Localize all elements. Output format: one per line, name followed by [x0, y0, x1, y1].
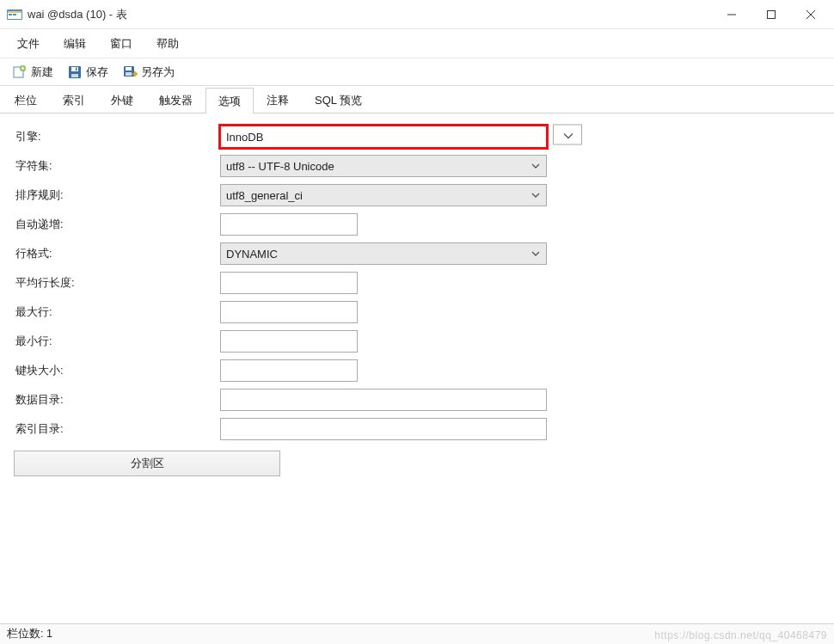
- rowformat-combo[interactable]: DYNAMIC: [220, 242, 547, 265]
- charset-value: utf8 -- UTF-8 Unicode: [226, 160, 334, 173]
- tab-foreignkeys[interactable]: 外键: [98, 87, 146, 113]
- svg-rect-2: [8, 11, 21, 13]
- svg-rect-3: [9, 14, 12, 15]
- saveas-label: 另存为: [141, 64, 175, 80]
- tab-indexes[interactable]: 索引: [50, 87, 98, 113]
- autoinc-input[interactable]: [220, 213, 358, 236]
- engine-combo[interactable]: InnoDB: [220, 126, 547, 148]
- datadir-label: 数据目录:: [14, 392, 220, 408]
- options-form: 引擎: InnoDB 字符集: utf8 -- UTF-8 Unicode 排序…: [0, 113, 834, 485]
- menu-window[interactable]: 窗口: [98, 31, 144, 57]
- minrows-label: 最小行:: [14, 334, 220, 349]
- rowformat-value: DYNAMIC: [226, 248, 278, 261]
- save-label: 保存: [86, 64, 108, 80]
- svg-rect-4: [13, 14, 16, 15]
- close-button[interactable]: [791, 1, 831, 28]
- charset-combo[interactable]: utf8 -- UTF-8 Unicode: [220, 155, 547, 177]
- indexdir-input[interactable]: [220, 418, 547, 440]
- menu-help[interactable]: 帮助: [144, 31, 191, 57]
- datadir-input[interactable]: [220, 389, 547, 411]
- keyblocksize-input[interactable]: [220, 359, 358, 382]
- tab-strip: 栏位 索引 外键 触发器 选项 注释 SQL 预览: [0, 86, 834, 113]
- svg-rect-14: [71, 67, 78, 71]
- charset-label: 字符集:: [14, 158, 220, 174]
- collation-combo[interactable]: utf8_general_ci: [220, 184, 547, 206]
- minimize-button[interactable]: [712, 1, 751, 28]
- chevron-down-icon: [530, 161, 541, 171]
- svg-rect-16: [76, 67, 77, 71]
- chevron-down-icon: [530, 190, 541, 200]
- indexdir-label: 索引目录:: [14, 421, 220, 437]
- engine-label: 引擎:: [14, 129, 220, 144]
- collation-value: utf8_general_ci: [226, 189, 303, 202]
- engine-value: InnoDB: [226, 131, 263, 144]
- maxrows-label: 最大行:: [14, 304, 220, 320]
- window-title: wai @dsda (10) - 表: [28, 7, 712, 22]
- toolbar: 新建 保存 另存为: [0, 58, 834, 86]
- title-bar: wai @dsda (10) - 表: [0, 0, 834, 29]
- saveas-icon: [122, 64, 138, 80]
- minrows-input[interactable]: [220, 330, 358, 353]
- collation-label: 排序规则:: [14, 187, 220, 203]
- status-left: 栏位数: 1: [7, 627, 52, 641]
- svg-rect-15: [71, 74, 78, 77]
- new-label: 新建: [31, 64, 53, 80]
- menu-file[interactable]: 文件: [5, 31, 52, 57]
- tab-comment[interactable]: 注释: [254, 87, 302, 113]
- chevron-down-icon: [530, 248, 541, 259]
- tab-options[interactable]: 选项: [205, 88, 254, 113]
- autoinc-label: 自动递增:: [14, 217, 220, 232]
- tab-sqlpreview[interactable]: SQL 预览: [302, 87, 375, 113]
- status-bar: 栏位数: 1: [0, 623, 834, 644]
- menu-edit[interactable]: 编辑: [52, 31, 98, 57]
- new-button[interactable]: 新建: [5, 63, 60, 82]
- new-icon: [12, 64, 28, 80]
- chevron-down-icon: [553, 126, 582, 149]
- avgrowlen-input[interactable]: [220, 272, 358, 294]
- menu-bar: 文件 编辑 窗口 帮助: [0, 29, 834, 58]
- saveas-button[interactable]: 另存为: [115, 63, 181, 82]
- keyblocksize-label: 键块大小:: [14, 363, 220, 378]
- svg-rect-18: [126, 67, 132, 71]
- window-controls: [712, 1, 831, 28]
- partition-button[interactable]: 分割区: [14, 451, 280, 476]
- save-icon: [67, 64, 83, 80]
- svg-rect-19: [126, 72, 132, 76]
- tab-fields[interactable]: 栏位: [2, 87, 50, 113]
- maxrows-input[interactable]: [220, 301, 358, 323]
- save-button[interactable]: 保存: [60, 63, 115, 82]
- svg-rect-6: [768, 10, 776, 18]
- tab-triggers[interactable]: 触发器: [146, 87, 205, 113]
- app-icon: [7, 8, 22, 21]
- avgrowlen-label: 平均行长度:: [14, 275, 220, 291]
- maximize-button[interactable]: [751, 1, 791, 28]
- rowformat-label: 行格式:: [14, 246, 220, 261]
- partition-label: 分割区: [131, 456, 164, 471]
